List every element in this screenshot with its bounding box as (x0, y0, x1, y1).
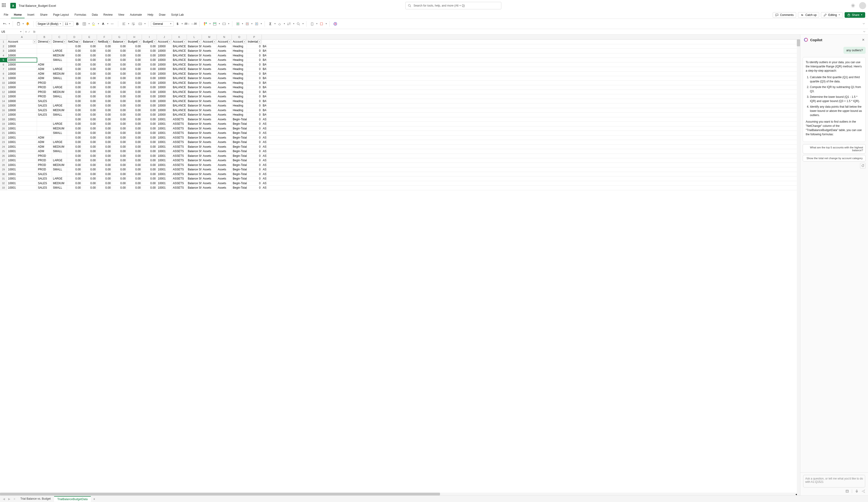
cell[interactable]: Begin-Total (232, 122, 247, 126)
cell[interactable]: Begin-Total (232, 126, 247, 131)
cell[interactable]: 0.00 (97, 81, 112, 85)
cell[interactable]: 0.00 (142, 108, 157, 113)
cell[interactable]: PROD (37, 158, 52, 163)
cell[interactable]: 0.00 (112, 163, 127, 167)
cell[interactable]: 0.00 (67, 136, 82, 140)
cell[interactable]: Heading (232, 108, 247, 113)
cell[interactable]: AS (262, 136, 267, 140)
cell[interactable] (37, 117, 52, 122)
row-header[interactable]: 21 (0, 131, 7, 135)
font-color-button[interactable]: A (100, 21, 106, 27)
cell[interactable]: 10000 (7, 85, 37, 90)
cell[interactable]: Balance She (187, 172, 202, 177)
row-header[interactable]: 6 (0, 62, 7, 67)
cell[interactable]: Heading (232, 49, 247, 53)
cell[interactable]: Assets (217, 99, 232, 103)
cell[interactable]: SMALL (52, 131, 67, 135)
menu-script-lab[interactable]: Script Lab (168, 12, 187, 18)
cell[interactable]: Heading (232, 94, 247, 99)
cell[interactable]: 0.00 (67, 108, 82, 113)
cell[interactable]: AS (262, 186, 267, 190)
cell[interactable]: 10001 (7, 186, 37, 190)
column-header[interactable]: J (157, 35, 172, 39)
cell[interactable]: 10000 (7, 58, 37, 62)
increase-decimal-button[interactable]: ←.00 (190, 21, 197, 27)
cell[interactable]: 0.00 (142, 181, 157, 186)
cell[interactable]: Assets (217, 113, 232, 117)
filter-icon[interactable]: ▼ (78, 40, 81, 43)
cell[interactable] (52, 136, 67, 140)
cell[interactable]: 0.00 (67, 172, 82, 177)
cell[interactable]: 10000 (7, 76, 37, 81)
cell[interactable]: 0.00 (142, 186, 157, 190)
all-sheets-button[interactable]: ≡ (12, 497, 17, 501)
cell[interactable]: 0.00 (112, 145, 127, 149)
filter-icon[interactable]: ▼ (153, 40, 156, 43)
cell[interactable]: 0.00 (82, 186, 97, 190)
cell[interactable]: 0.00 (142, 126, 157, 131)
cell[interactable]: BALANCE S (172, 49, 187, 53)
cell[interactable]: 0.00 (97, 108, 112, 113)
app-launcher-icon[interactable] (2, 3, 7, 8)
menu-formulas[interactable]: Formulas (72, 12, 89, 18)
cell[interactable]: 10000 (157, 90, 172, 94)
row-header[interactable]: 17 (0, 113, 7, 117)
cell[interactable]: 10000 (7, 113, 37, 117)
cell[interactable]: Assets (202, 158, 217, 163)
cell[interactable]: 10001 (157, 163, 172, 167)
cell[interactable]: AS (262, 177, 267, 181)
cell[interactable]: 0.00 (82, 177, 97, 181)
row-header[interactable]: 26 (0, 154, 7, 158)
cell[interactable]: LARGE (52, 103, 67, 108)
cell[interactable]: 0.00 (142, 90, 157, 94)
cell[interactable]: 10001 (7, 163, 37, 167)
cell[interactable]: 0.00 (127, 163, 142, 167)
cell[interactable]: 0.00 (112, 149, 127, 154)
cell[interactable]: Assets (202, 117, 217, 122)
cell[interactable]: 0.00 (127, 44, 142, 49)
currency-button[interactable]: $ (174, 21, 181, 27)
cell[interactable]: Assets (202, 49, 217, 53)
cell[interactable]: 0.00 (82, 149, 97, 154)
column-header[interactable]: G (112, 35, 127, 39)
cell[interactable]: 0.00 (127, 67, 142, 71)
chevron-down-icon[interactable]: ▼ (274, 23, 276, 25)
cell[interactable]: 0 (247, 140, 262, 144)
cell[interactable]: Heading (232, 76, 247, 81)
cell[interactable]: Assets (202, 131, 217, 135)
refresh-suggestions-button[interactable] (860, 163, 866, 168)
copilot-ribbon-button[interactable] (332, 21, 339, 27)
cell[interactable]: 0.00 (142, 167, 157, 172)
cell[interactable]: 10000 (7, 49, 37, 53)
cell[interactable]: 0.00 (112, 172, 127, 177)
cell[interactable]: 0.00 (67, 131, 82, 135)
cell[interactable]: 10001 (7, 172, 37, 177)
cell[interactable]: AS (262, 117, 267, 122)
cell[interactable]: 10000 (157, 108, 172, 113)
cell[interactable]: 10001 (7, 181, 37, 186)
cell[interactable]: 0.00 (82, 126, 97, 131)
cell[interactable]: BALANCE S (172, 99, 187, 103)
cell[interactable]: Balance She (187, 117, 202, 122)
cell[interactable]: 0.00 (142, 67, 157, 71)
cell[interactable]: Begin-Total (232, 172, 247, 177)
cell[interactable]: 0.00 (112, 154, 127, 158)
table-column-header[interactable]: Indentat▼ (247, 40, 262, 44)
cell[interactable]: BALANCE S (172, 53, 187, 58)
cell[interactable]: ASSETS (172, 131, 187, 135)
filter-icon[interactable]: ▼ (258, 40, 261, 43)
cell[interactable]: 0.00 (127, 113, 142, 117)
row-header[interactable]: 3 (0, 49, 7, 53)
cell[interactable]: Assets (217, 140, 232, 144)
merge-button[interactable] (137, 21, 144, 27)
undo-button[interactable] (1, 21, 8, 27)
cell[interactable]: 0.00 (82, 81, 97, 85)
cell[interactable]: 0.00 (112, 85, 127, 90)
cancel-formula-icon[interactable]: ✕ (25, 30, 27, 33)
cell[interactable]: 0 (247, 113, 262, 117)
menu-file[interactable]: File (1, 12, 11, 18)
cell[interactable]: Balance She (187, 177, 202, 181)
cell[interactable]: 10001 (157, 126, 172, 131)
cell[interactable]: 10000 (7, 67, 37, 71)
cell[interactable]: BALANCE S (172, 113, 187, 117)
